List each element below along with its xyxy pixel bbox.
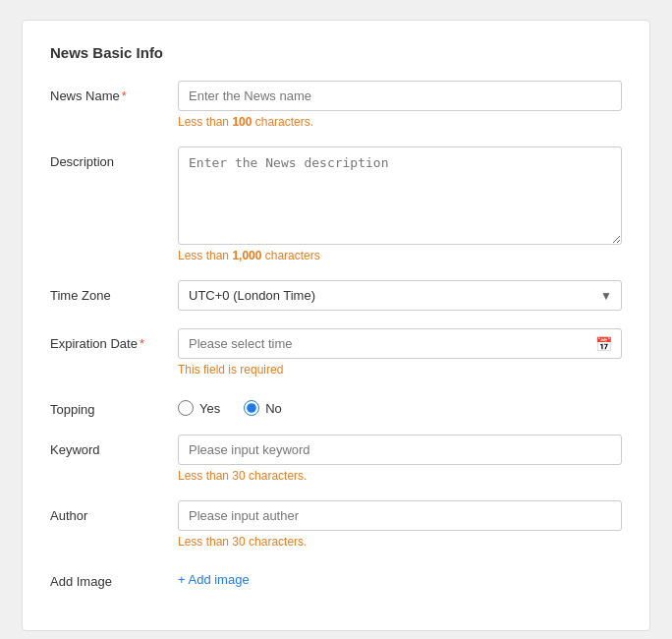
- timezone-label: Time Zone: [50, 280, 178, 303]
- description-input[interactable]: [178, 146, 622, 245]
- topping-row: Topping Yes No: [50, 394, 622, 417]
- description-row: Description Less than 1,000 characters: [50, 146, 622, 262]
- topping-no-text: No: [265, 401, 282, 416]
- keyword-row: Keyword Less than 30 characters.: [50, 435, 622, 483]
- news-name-label: News Name*: [50, 81, 178, 103]
- expiration-date-error: This field is required: [178, 363, 622, 377]
- description-hint: Less than 1,000 characters: [178, 249, 622, 262]
- topping-yes-radio[interactable]: [178, 400, 194, 416]
- timezone-row: Time Zone UTC+0 (London Time) UTC+1 UTC-…: [50, 280, 622, 311]
- topping-no-radio[interactable]: [244, 400, 259, 416]
- author-label: Author: [50, 500, 178, 523]
- card-title: News Basic Info: [50, 44, 622, 61]
- timezone-select[interactable]: UTC+0 (London Time) UTC+1 UTC-5 (New Yor…: [178, 280, 622, 311]
- news-name-row: News Name* Less than 100 characters.: [50, 81, 622, 129]
- author-row: Author Less than 30 characters.: [50, 500, 622, 549]
- news-name-control: Less than 100 characters.: [178, 81, 622, 129]
- add-image-row: Add Image + Add image: [50, 566, 622, 589]
- expiration-date-input[interactable]: [178, 328, 622, 359]
- news-basic-info-card: News Basic Info News Name* Less than 100…: [22, 20, 650, 631]
- keyword-control: Less than 30 characters.: [178, 435, 622, 483]
- timezone-control: UTC+0 (London Time) UTC+1 UTC-5 (New Yor…: [178, 280, 622, 311]
- add-image-control: + Add image: [178, 566, 622, 587]
- description-control: Less than 1,000 characters: [178, 146, 622, 262]
- topping-yes-label[interactable]: Yes: [178, 400, 220, 416]
- add-image-button[interactable]: + Add image: [178, 566, 622, 587]
- expiration-date-row: Expiration Date* 📅 This field is require…: [50, 328, 622, 377]
- expiration-date-label: Expiration Date*: [50, 328, 178, 351]
- keyword-label: Keyword: [50, 435, 178, 457]
- topping-radio-group: Yes No: [178, 394, 622, 416]
- topping-yes-text: Yes: [199, 401, 220, 416]
- news-name-hint: Less than 100 characters.: [178, 115, 622, 129]
- topping-label: Topping: [50, 394, 178, 417]
- keyword-hint: Less than 30 characters.: [178, 469, 622, 483]
- description-label: Description: [50, 146, 178, 169]
- keyword-input[interactable]: [178, 435, 622, 465]
- author-control: Less than 30 characters.: [178, 500, 622, 549]
- topping-control: Yes No: [178, 394, 622, 416]
- add-image-label: Add Image: [50, 566, 178, 589]
- expiration-date-control: 📅 This field is required: [178, 328, 622, 377]
- author-input[interactable]: [178, 500, 622, 531]
- timezone-select-wrap: UTC+0 (London Time) UTC+1 UTC-5 (New Yor…: [178, 280, 622, 311]
- required-star: *: [122, 88, 127, 103]
- required-star-2: *: [140, 336, 144, 351]
- news-name-input[interactable]: [178, 81, 622, 111]
- topping-no-label[interactable]: No: [244, 400, 282, 416]
- author-hint: Less than 30 characters.: [178, 535, 622, 549]
- date-wrap: 📅: [178, 328, 622, 359]
